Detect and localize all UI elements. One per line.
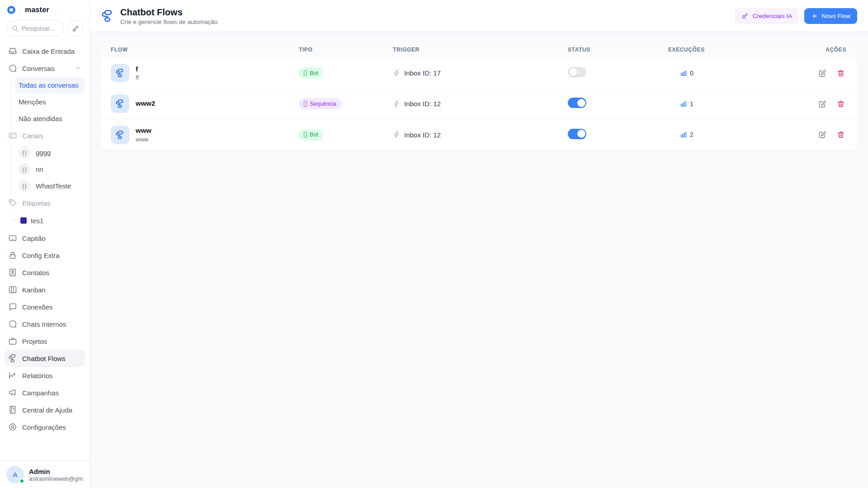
megaphone-icon [8,388,17,397]
column-header-flow: FLOW [101,47,299,53]
chevron-up-icon [75,65,81,71]
search-input[interactable] [22,25,59,32]
sidebar-item-label: Projetos [22,338,47,345]
status-cell [568,98,668,110]
pencil-icon [72,25,79,32]
table-row: f ff Bot Inbox ID: 17 [101,58,857,89]
api-channel-icon: () [19,146,31,159]
sidebar-item-label: Menções [19,98,46,106]
edit-flow-button[interactable] [817,68,827,78]
new-flow-button[interactable]: Novo Flow [804,8,857,24]
edit-flow-button[interactable] [817,99,827,109]
sidebar-item-conexoes[interactable]: Conexões [5,298,85,315]
type-cell: Sequência [299,98,393,109]
lock-icon [8,251,17,260]
trigger-label: Inbox ID: 12 [404,100,441,108]
executions-count: 2 [690,131,693,138]
flow-row-icon [111,126,129,144]
search-icon [11,25,19,32]
sidebar-item-capitao[interactable]: Capitão [5,230,85,247]
status-toggle[interactable] [568,98,586,108]
sidebar-item-central-de-ajuda[interactable]: Central de Ajuda [5,401,85,418]
sidebar-item-label: Caixa de Entrada [22,47,75,55]
sidebar-item-channel-nn[interactable]: () nn [15,161,85,178]
sidebar-item-mencoes[interactable]: Menções [15,94,85,110]
sidebar-item-chatbot-flows[interactable]: Chatbot Flows [5,350,85,367]
app-root: master Caixa de Entrada Conversas [0,0,868,488]
status-toggle[interactable] [568,129,586,139]
sidebar-item-label: Todas as conversas [19,81,79,89]
sidebar-item-chats-internos[interactable]: Chats Internos [5,315,85,333]
toggle-knob [577,130,585,138]
missing-glyph-icon [304,132,307,137]
delete-flow-button[interactable] [836,130,846,140]
zap-icon [393,131,400,138]
trigger-cell: Inbox ID: 12 [393,131,568,139]
sidebar-section-label: Etiquetas [22,199,51,207]
flow-name: f [136,65,139,74]
sidebar-item-label: Chats Internos [22,320,66,328]
edit-flow-button[interactable] [817,130,827,140]
ai-credentials-button[interactable]: Credenciais IA [735,8,799,24]
sidebar-item-caixa-de-entrada[interactable]: Caixa de Entrada [5,42,85,60]
new-flow-label: Novo Flow [821,13,850,19]
status-cell [568,129,668,141]
content-area: FLOW TIPO TRIGGER STATUS EXECUÇÕES AÇÕES… [90,32,868,488]
contact-card-icon [8,268,17,277]
status-toggle[interactable] [568,67,586,77]
delete-flow-button[interactable] [836,68,846,78]
sidebar-item-contatos[interactable]: Contatos [5,264,85,281]
sidebar-item-label: Capitão [22,235,46,242]
sidebar-item-nao-atendidas[interactable]: Não atendidas [15,110,85,127]
compose-button[interactable] [67,20,83,36]
flow-description: www [136,136,151,143]
zap-icon [393,70,400,77]
sidebar-item-projetos[interactable]: Projetos [5,333,85,350]
sidebar-item-relatorios[interactable]: Relatórios [5,367,85,384]
toggle-knob [577,99,585,107]
kanban-columns-icon [8,285,17,294]
key-icon [741,12,749,19]
missing-glyph-icon [304,101,307,107]
column-header-acoes: AÇÕES [807,47,857,53]
tag-icon [8,198,17,207]
sidebar-item-todas-as-conversas[interactable]: Todas as conversas [15,77,85,94]
sidebar-section-etiquetas: Etiquetas [5,194,85,211]
sidebar-item-label: Config Extra [22,252,60,259]
zap-icon [393,100,400,108]
sidebar-item-campanhas[interactable]: Campanhas [5,384,85,401]
sidebar-item-config-extra[interactable]: Config Extra [5,247,85,264]
workspace-switcher[interactable]: master [0,0,90,17]
sidebar-item-channel-gggg[interactable]: () gggg [15,144,85,161]
sidebar-item-label-tes1[interactable]: tes1 [5,211,85,230]
flows-table: FLOW TIPO TRIGGER STATUS EXECUÇÕES AÇÕES… [101,42,857,150]
flow-row-icon [111,94,129,113]
executions-count: 0 [690,70,693,77]
brand-divider [20,6,20,14]
plus-icon [811,13,818,19]
table-header-row: FLOW TIPO TRIGGER STATUS EXECUÇÕES AÇÕES [101,42,857,58]
executions-cell: 0 [668,70,807,77]
sidebar-item-conversas[interactable]: Conversas [5,60,85,77]
sidebar-item-kanban[interactable]: Kanban [5,281,85,298]
workspace-logo-icon [7,6,15,14]
sidebar-item-channel-whastteste[interactable]: () WhastTeste [15,178,85,194]
tree-elbow [10,213,17,221]
channel-label: gggg [36,149,51,156]
trigger-cell: Inbox ID: 12 [393,100,568,108]
sidebar-item-label: Chatbot Flows [22,355,66,362]
executions-cell: 1 [668,100,807,108]
trigger-cell: Inbox ID: 17 [393,69,568,77]
sidebar-item-configuracoes[interactable]: Configurações [5,418,85,436]
api-channel-icon: () [19,180,31,192]
sidebar-item-label: Kanban [22,286,46,294]
sidebar-item-label: Conversas [22,65,70,72]
channel-label: nn [36,165,43,173]
search-row [0,17,90,41]
user-card[interactable]: A Admin astraonlineweb@gmai... [0,461,90,488]
delete-flow-button[interactable] [836,99,846,109]
search-box[interactable] [6,20,64,36]
page-titles: Chatbot Flows Crie e gerencie flows de a… [120,7,217,25]
chat-circle-icon [8,319,17,328]
type-cell: Bot [299,67,393,79]
